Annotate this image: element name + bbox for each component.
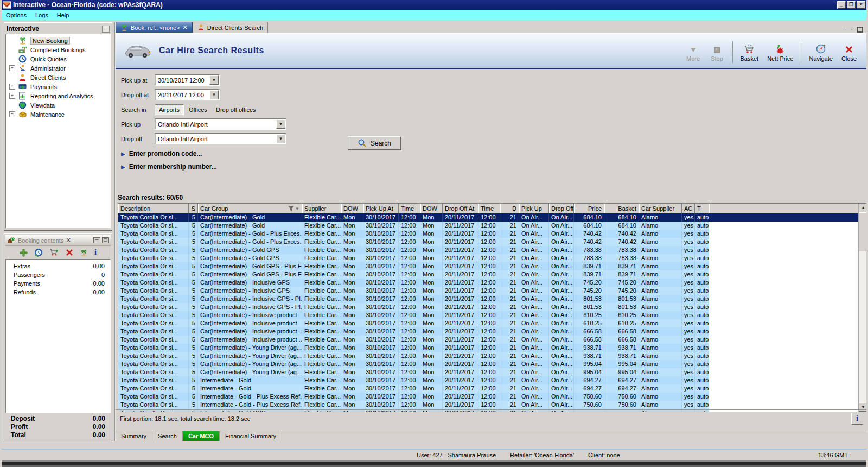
dropoff-at-combobox[interactable]: 20/11/2017 12:00 ▼: [155, 89, 220, 100]
column-header-basket[interactable]: Basket: [604, 204, 639, 213]
pickup-combobox[interactable]: Orlando Intl Airport ▼: [155, 118, 286, 130]
promotion-code-expander[interactable]: ▶ Enter promotion code...: [121, 150, 533, 157]
nett-price-button[interactable]: Nett Price: [764, 43, 796, 63]
pickup-at-combobox[interactable]: 30/10/2017 12:00 ▼: [155, 74, 220, 86]
table-row[interactable]: Toyota Corolla Or si...5Car(Intermediate…: [118, 352, 867, 360]
table-row[interactable]: Toyota Corolla Or si...5Car(Intermediate…: [118, 246, 867, 254]
column-header-drop_off[interactable]: Drop Off: [549, 204, 574, 213]
column-header-d[interactable]: D: [500, 204, 519, 213]
cart-add-icon[interactable]: [49, 248, 59, 257]
sidebar-item-new-booking[interactable]: New Booking: [6, 36, 110, 45]
chevron-down-icon[interactable]: ▼: [276, 134, 285, 143]
sidebar-collapse-button[interactable]: ─: [102, 26, 110, 33]
table-row[interactable]: Toyota Corolla Or si...5Car(Intermediate…: [118, 336, 867, 344]
close-page-button[interactable]: Close: [838, 44, 860, 63]
chevron-down-icon[interactable]: ▼: [209, 90, 219, 99]
table-row[interactable]: Toyota Corolla Or si...5Car(Intermediate…: [118, 344, 867, 352]
info-button[interactable]: i: [851, 413, 863, 425]
column-header-ac[interactable]: AC: [682, 204, 695, 213]
table-row[interactable]: Toyota Corolla Or si...5Car(Intermediate…: [118, 262, 867, 270]
menu-logs[interactable]: Logs: [31, 11, 53, 20]
column-header-car_group[interactable]: Car Group▼: [198, 204, 302, 213]
sidebar-item-payments[interactable]: +$Payments: [6, 82, 110, 91]
column-header-dropoff_at[interactable]: Drop Off At: [443, 204, 478, 213]
column-header-time1[interactable]: Time: [399, 204, 420, 213]
tab-car-mco[interactable]: Car MCO: [183, 431, 220, 441]
search-in-airports[interactable]: Airports: [155, 104, 184, 115]
minimize-button[interactable]: _: [837, 1, 846, 9]
column-header-dow1[interactable]: DOW: [341, 204, 363, 213]
table-row[interactable]: Toyota Corolla Or si...5Intermediate - G…: [118, 393, 867, 401]
column-header-pick_up[interactable]: Pick Up: [519, 204, 549, 213]
column-header-pickup_at[interactable]: Pick Up At: [363, 204, 399, 213]
table-row[interactable]: Toyota Corolla Or si...5Car(Intermediate…: [118, 254, 867, 262]
column-header-s[interactable]: S: [189, 204, 198, 213]
search-in-dropoff-offices[interactable]: Drop off offices: [212, 105, 260, 115]
table-row[interactable]: Toyota Corolla Or si...5Intermediate - G…: [118, 376, 867, 384]
restore-button[interactable]: ❐: [847, 1, 856, 9]
booking-contents-minimize-button[interactable]: ─: [93, 237, 100, 243]
table-row[interactable]: Toyota Corolla Or si...5Car(Intermediate…: [118, 279, 867, 287]
tab-summary[interactable]: Summary: [116, 431, 152, 441]
table-row[interactable]: Toyota Corolla Or si...5Car(Intermediate…: [118, 230, 867, 238]
table-row[interactable]: Toyota Corolla Or si...5Car(Intermediate…: [118, 270, 867, 279]
chevron-down-icon[interactable]: ▼: [209, 75, 219, 85]
filter-funnel-icon[interactable]: ▼: [288, 206, 299, 211]
sidebar-item-viewdata[interactable]: Viewdata: [6, 100, 110, 110]
table-scrollbar[interactable]: ▲ ▼: [858, 204, 867, 412]
palm-small-icon[interactable]: [80, 249, 88, 257]
sidebar-item-reporting-and-analytics[interactable]: +Reporting and Analytics: [6, 91, 110, 100]
column-header-car_supplier[interactable]: Car Supplier: [639, 204, 682, 213]
tab-close-icon[interactable]: ✕: [183, 24, 188, 31]
sidebar-item-maintenance[interactable]: +Maintenance: [6, 110, 110, 119]
table-row[interactable]: Toyota Corolla Or si...5Car(Intermediate…: [118, 287, 867, 295]
menu-help[interactable]: Help: [53, 11, 74, 20]
scrollbar-thumb[interactable]: [859, 212, 867, 251]
tab-direct-clients-search[interactable]: Direct Clients Search: [193, 22, 268, 33]
add-icon[interactable]: [20, 249, 28, 257]
scroll-up-icon[interactable]: ▲: [859, 204, 867, 212]
tab-financial-summary[interactable]: Financial Summary: [220, 431, 282, 441]
column-header-t[interactable]: T: [695, 204, 709, 213]
basket-button[interactable]: Basket: [737, 43, 762, 63]
table-row[interactable]: Toyota Corolla Or si...5Intermediate - G…: [118, 384, 867, 393]
sidebar-item-completed-bookings[interactable]: Completed Bookings: [6, 45, 110, 54]
tab-search[interactable]: Search: [152, 431, 183, 441]
column-header-supplier[interactable]: Supplier: [302, 204, 341, 213]
tab-booking-ref[interactable]: Book. ref.: <none> ✕: [116, 22, 193, 33]
expand-plus-icon[interactable]: +: [9, 84, 15, 90]
sidebar-item-administrator[interactable]: +Administrator: [6, 64, 110, 73]
sidebar-item-direct-clients[interactable]: Direct Clients: [6, 73, 110, 82]
panel-minimize-icon[interactable]: [846, 29, 852, 30]
column-header-dow2[interactable]: DOW: [420, 204, 443, 213]
delete-icon[interactable]: [66, 249, 73, 256]
table-row[interactable]: Toyota Corolla Or si...5Car(Intermediate…: [118, 319, 867, 327]
panel-maximize-icon[interactable]: [857, 27, 863, 33]
booking-contents-maximize-button[interactable]: ▢: [102, 237, 109, 243]
column-header-time2[interactable]: Time: [478, 204, 500, 213]
booking-contents-close-icon[interactable]: ✕: [66, 237, 71, 244]
expand-plus-icon[interactable]: +: [9, 111, 15, 117]
table-row[interactable]: Toyota Corolla Or si...5Car(Intermediate…: [118, 311, 867, 319]
table-row[interactable]: Toyota Corolla Or si...5Car(Intermediate…: [118, 368, 867, 376]
menu-options[interactable]: Options: [2, 11, 31, 20]
search-in-offices[interactable]: Offices: [185, 105, 211, 115]
navigate-button[interactable]: Navigate: [806, 42, 835, 63]
search-button[interactable]: Search: [348, 136, 401, 150]
column-header-description[interactable]: Description: [118, 204, 189, 213]
close-button[interactable]: ✕: [857, 1, 865, 9]
column-header-price[interactable]: Price: [574, 204, 604, 213]
table-row[interactable]: Toyota Corolla Or si...5Intermediate - G…: [118, 401, 867, 409]
table-row[interactable]: Toyota Corolla Or si...5Car(Intermediate…: [118, 327, 867, 336]
expand-plus-icon[interactable]: +: [9, 93, 15, 99]
membership-number-expander[interactable]: ▶ Enter membership number...: [121, 163, 533, 171]
info-icon[interactable]: i: [94, 248, 97, 257]
chevron-down-icon[interactable]: ▼: [276, 119, 285, 129]
table-row[interactable]: Toyota Corolla Or si...5Car(Intermediate…: [118, 238, 867, 246]
table-row[interactable]: Toyota Corolla Or si...5Car(Intermediate…: [118, 222, 867, 230]
table-row[interactable]: Toyota Corolla Or si...5Car(Intermediate…: [118, 303, 867, 311]
table-row[interactable]: Toyota Corolla Or si...5Car(Intermediate…: [118, 360, 867, 368]
dropoff-combobox[interactable]: Orlando Intl Airport ▼: [155, 133, 286, 144]
sidebar-item-quick-quotes[interactable]: Quick Quotes: [6, 54, 110, 64]
table-row[interactable]: Toyota Corolla Or si...5Car(Intermediate…: [118, 213, 867, 222]
